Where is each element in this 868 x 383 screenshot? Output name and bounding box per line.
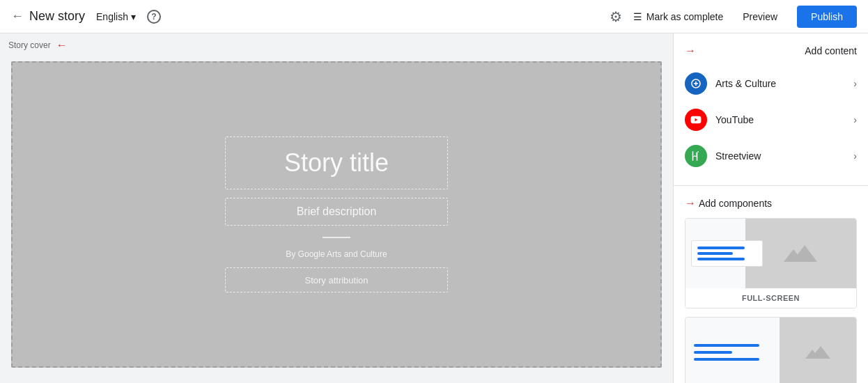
add-content-title: Add content <box>805 45 857 56</box>
separator-line <box>323 237 350 238</box>
story-canvas[interactable]: Story title Brief description By Google … <box>11 61 662 368</box>
arts-culture-label: Arts & Culture <box>715 78 776 89</box>
fs-text-block <box>691 240 763 267</box>
full-screen-label: FULL-SCREEN <box>685 288 856 308</box>
streetview-icon <box>685 145 707 167</box>
main-content: Story cover ← Story title Brief descript… <box>0 33 868 383</box>
component-grid: FULL-SCREEN <box>685 218 857 383</box>
story-cover-label: Story cover <box>8 40 51 50</box>
header: ← New story English ▾ ? ⚙ ☰ Mark as comp… <box>0 0 868 33</box>
brief-description-box[interactable]: Brief description <box>225 198 448 226</box>
fs-text-line-2 <box>697 252 733 255</box>
story-cover-label-row: Story cover ← <box>0 33 673 57</box>
add-components-arrow: → <box>685 197 696 210</box>
story-title-box[interactable]: Story title <box>225 136 448 189</box>
add-components-section: → Add components <box>674 186 868 383</box>
mark-complete-icon: ☰ <box>633 11 642 22</box>
add-content-header: → Add content <box>685 45 857 57</box>
chevron-down-icon: ▾ <box>131 11 136 22</box>
help-button[interactable]: ? <box>147 10 161 24</box>
language-dropdown[interactable]: English ▾ <box>91 8 141 25</box>
arts-culture-item-left: Arts & Culture <box>685 72 776 95</box>
streetview-chevron: › <box>853 150 857 162</box>
hs-text-line-2 <box>694 351 732 354</box>
preview-button[interactable]: Preview <box>734 7 786 26</box>
settings-icon[interactable]: ⚙ <box>610 8 622 25</box>
back-button[interactable]: ← <box>11 9 24 24</box>
youtube-item[interactable]: YouTube › <box>685 102 857 138</box>
fs-text-line-3 <box>697 258 745 260</box>
right-panel: → Add content Arts & Culture › <box>673 33 868 383</box>
story-cover-arrow: ← <box>56 39 68 52</box>
hs-text <box>685 318 780 383</box>
hs-image <box>780 318 856 383</box>
story-canvas-inner: Story title Brief description By Google … <box>225 136 448 292</box>
canvas-area: Story cover ← Story title Brief descript… <box>0 33 673 383</box>
header-right: ⚙ ☰ Mark as complete Preview Publish <box>610 6 857 28</box>
streetview-item[interactable]: Streetview › <box>685 138 857 174</box>
add-components-title: Add components <box>699 198 772 209</box>
half-screen-preview-inner <box>685 318 856 383</box>
full-screen-preview-inner <box>685 219 856 288</box>
story-title-placeholder: Story title <box>284 148 389 177</box>
mark-complete-button[interactable]: ☰ Mark as complete <box>633 11 723 22</box>
arts-culture-item[interactable]: Arts & Culture › <box>685 65 857 102</box>
byline-text: By Google Arts and Culture <box>286 249 387 259</box>
full-screen-preview <box>685 219 856 288</box>
language-label: English <box>96 11 128 22</box>
hs-text-line-1 <box>694 344 759 347</box>
add-content-section: → Add content Arts & Culture › <box>674 33 868 186</box>
story-attribution-box[interactable]: Story attribution <box>225 267 448 292</box>
hs-text-line-3 <box>694 358 759 361</box>
page-title: New story <box>29 9 85 24</box>
full-screen-component[interactable]: FULL-SCREEN <box>685 218 857 308</box>
story-attribution-text: Story attribution <box>304 275 368 286</box>
publish-button[interactable]: Publish <box>797 6 857 28</box>
add-components-header: → Add components <box>685 197 857 210</box>
canvas-wrapper: Story title Brief description By Google … <box>0 57 673 383</box>
arts-culture-chevron: › <box>853 78 857 89</box>
youtube-icon <box>685 109 707 131</box>
half-screen-preview <box>685 318 856 383</box>
add-content-arrow: → <box>685 45 696 57</box>
arts-culture-icon <box>685 72 707 95</box>
streetview-label: Streetview <box>715 150 761 162</box>
streetview-item-left: Streetview <box>685 145 761 167</box>
youtube-item-left: YouTube <box>685 109 754 131</box>
header-left: ← New story English ▾ ? <box>11 8 601 25</box>
brief-description-text: Brief description <box>297 205 377 217</box>
half-screen-component[interactable]: HALF-SCREEN <box>685 317 857 383</box>
youtube-label: YouTube <box>715 114 754 125</box>
fs-text-line-1 <box>697 247 745 249</box>
help-label: ? <box>151 12 156 22</box>
mark-complete-label: Mark as complete <box>646 11 723 22</box>
youtube-chevron: › <box>853 114 857 125</box>
